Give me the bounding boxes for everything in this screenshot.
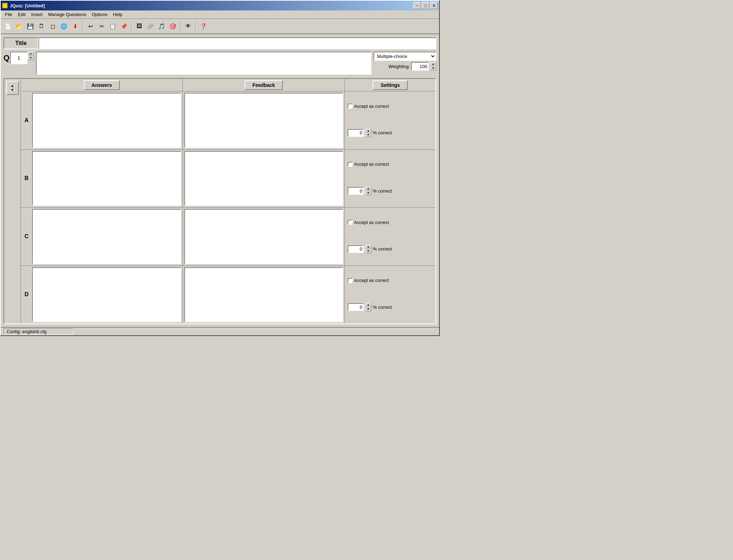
q-number-spinner: ▲ ▼ [28,52,34,64]
percent-up-a[interactable]: ▲ [365,129,371,133]
toolbar-insert-img[interactable]: 🖼 [134,21,145,31]
q-number-display: 1 [10,52,28,64]
percent-up-d[interactable]: ▲ [365,303,371,307]
title-input[interactable] [38,37,436,49]
question-type-select[interactable]: Multiple-choice Short-answer Jumbled-sen… [373,52,436,61]
settings-row-c: Accept as correct ▲ ▼ % correct [345,208,436,266]
percent-label-d: % correct [373,305,392,310]
feedback-rows [183,91,345,323]
weighting-up[interactable]: ▲ [430,62,436,66]
percent-input-d[interactable] [348,303,364,311]
percent-row-c: ▲ ▼ % correct [348,245,433,253]
nav-down-arrow: ▼ [11,88,14,92]
feedback-textarea-b[interactable] [184,151,343,206]
settings-header-btn[interactable]: Settings [373,80,407,90]
settings-row-d: Accept as correct ▲ ▼ % correct [345,266,436,324]
q-number-up[interactable]: ▲ [28,52,34,56]
toolbar-copy[interactable]: 📋 [108,21,118,31]
answer-textarea-b[interactable] [32,151,181,206]
answer-row-c: C [21,208,183,266]
weighting-label: Weighting: [388,64,410,69]
percent-input-a[interactable] [348,129,364,137]
answer-label-a: A [21,91,32,149]
feedback-textarea-a[interactable] [184,93,343,148]
accept-label-c: Accept as correct [354,220,389,225]
percent-down-a[interactable]: ▼ [365,133,371,137]
answers-header-btn[interactable]: Answers [84,80,119,90]
q-number-down[interactable]: ▼ [28,56,34,60]
feedback-textarea-d[interactable] [184,267,343,322]
feedback-header: Feedback [183,79,345,91]
accept-label-a: Accept as correct [354,104,389,109]
settings-column: Settings Accept as correct ▲ ▼ [345,79,436,323]
weighting-input[interactable] [411,62,429,70]
toolbar-save-as[interactable]: 🗒 [36,21,47,31]
toolbar-help[interactable]: ❓ [198,21,209,31]
toolbar-cut[interactable]: ✂ [96,21,107,31]
percent-up-b[interactable]: ▲ [365,187,371,191]
percent-input-c[interactable] [348,245,364,253]
settings-header: Settings [345,79,436,91]
toolbar-new[interactable]: 📄 [3,21,13,31]
accept-row-b: Accept as correct [348,162,433,167]
answer-label-c: C [21,208,32,266]
toolbar-paste[interactable]: 📌 [119,21,129,31]
toolbar-sep-1 [82,21,83,31]
menubar: File Edit Insert Manage Questions Option… [1,10,439,19]
restore-button[interactable]: □ [422,2,429,9]
answer-textarea-d[interactable] [32,267,181,322]
weighting-down[interactable]: ▼ [430,66,436,70]
toolbar-insert-drag[interactable]: 🎯 [168,21,178,31]
toolbar-open[interactable]: 📂 [14,21,24,31]
answers-column: Answers A B C D [21,79,183,323]
toolbar-insert-media[interactable]: 🎵 [156,21,167,31]
percent-row-a: ▲ ▼ % correct [348,129,433,137]
weighting-row: Weighting: ▲ ▼ [373,62,436,70]
menu-manage-questions[interactable]: Manage Questions [45,11,89,18]
toolbar-sep-2 [131,21,132,31]
accept-checkbox-d[interactable] [348,278,353,283]
percent-row-b: ▲ ▼ % correct [348,187,433,195]
feedback-header-btn[interactable]: Feedback [245,80,283,90]
answer-textarea-c[interactable] [32,209,181,264]
percent-down-b[interactable]: ▼ [365,191,371,195]
accept-row-d: Accept as correct [348,278,433,283]
percent-down-c[interactable]: ▼ [365,249,371,253]
toolbar-preview[interactable]: 👁 [183,21,193,31]
question-textarea[interactable] [36,52,371,75]
toolbar-clear[interactable]: ◻ [47,21,58,31]
menu-insert[interactable]: Insert [28,11,45,18]
answer-textarea-a[interactable] [32,93,181,148]
toolbar-save[interactable]: 💾 [25,21,36,31]
feedback-textarea-c[interactable] [184,209,343,264]
nav-up-arrow: ▲ [11,84,14,88]
toolbar: 📄 📂 💾 🗒 ◻ 🌐 ⬇ ↩ ✂ 📋 📌 🖼 🔗 🎵 🎯 👁 ❓ [1,19,439,34]
accept-checkbox-c[interactable] [348,220,353,225]
menu-options[interactable]: Options [89,11,110,18]
toolbar-web[interactable]: 🌐 [59,21,69,31]
percent-label-b: % correct [373,188,392,194]
answers-header: Answers [21,79,183,91]
toolbar-export[interactable]: ⬇ [70,21,80,31]
toolbar-undo[interactable]: ↩ [85,21,96,31]
feedback-row-a [183,91,345,150]
percent-input-b[interactable] [348,187,364,195]
settings-rows: Accept as correct ▲ ▼ % correct [345,91,436,323]
percent-up-c[interactable]: ▲ [365,245,371,249]
menu-help[interactable]: Help [110,11,125,18]
toolbar-insert-link[interactable]: 🔗 [145,21,156,31]
accept-checkbox-b[interactable] [348,162,353,167]
settings-row-b: Accept as correct ▲ ▼ % correct [345,150,436,208]
percent-label-a: % correct [373,130,392,135]
type-select-row: Multiple-choice Short-answer Jumbled-sen… [373,52,436,61]
percent-down-d[interactable]: ▼ [365,307,371,311]
question-row: Q 1 ▲ ▼ Multiple-choice Short-answer [3,52,436,76]
accept-checkbox-a[interactable] [348,104,353,109]
menu-file[interactable]: File [2,11,15,18]
menu-edit[interactable]: Edit [15,11,28,18]
main-window: Q JQuiz: [Untitled] ─ □ ✕ File Edit Inse… [0,0,440,336]
close-button[interactable]: ✕ [430,2,438,9]
nav-updown-btn[interactable]: ▲ ▼ [6,81,19,95]
nav-column: ▲ ▼ [4,79,21,323]
minimize-button[interactable]: ─ [413,2,421,9]
